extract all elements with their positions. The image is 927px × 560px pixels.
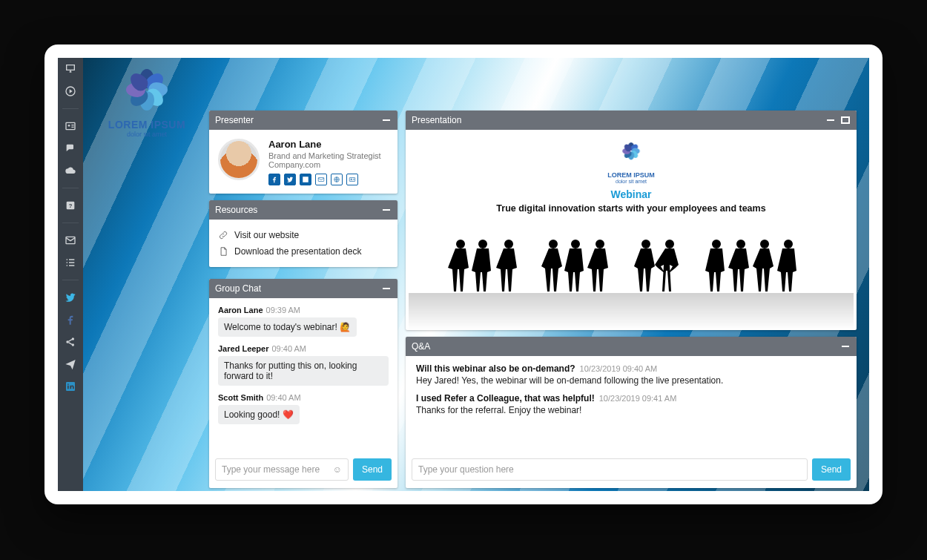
resource-label: Download the presentation deck (234, 246, 361, 257)
presenter-company: Company.com (268, 160, 381, 169)
resource-label: Visit our website (234, 230, 299, 240)
facebook-icon[interactable] (64, 313, 77, 326)
qa-answer: Hey Jared! Yes, the webinar will be on-d… (416, 375, 846, 386)
presenter-role: Brand and Marketing Strategist (268, 151, 381, 160)
brand-title: LOREM IPSUM (95, 119, 199, 131)
twitter-icon[interactable] (64, 291, 77, 304)
linkedin-icon[interactable] (64, 380, 77, 393)
website-icon[interactable] (331, 174, 343, 185)
svg-rect-1 (66, 122, 75, 129)
svg-point-25 (478, 240, 487, 248)
svg-point-24 (456, 240, 465, 248)
chat-bubble: Thanks for putting this on, looking forw… (218, 356, 389, 386)
chat-message: Scott Smith09:40 AM Looking good! ❤️ (218, 393, 389, 424)
flower-icon (121, 64, 173, 116)
svg-point-27 (549, 240, 558, 248)
vcard-icon[interactable] (346, 174, 358, 185)
presentation-label: Webinar (406, 188, 857, 200)
cloud-icon[interactable] (64, 164, 77, 177)
flower-icon (620, 140, 641, 162)
qa-item: Will this webinar also be on-demand?10/2… (416, 363, 846, 386)
chat-message: Aaron Lane09:39 AM Welcome to today's we… (218, 306, 389, 337)
play-icon[interactable] (64, 85, 77, 98)
svg-point-35 (784, 240, 793, 248)
presentation-logo-title: LOREM IPSUM (406, 171, 857, 179)
minimize-icon[interactable] (381, 115, 392, 125)
chat-bubble: Looking good! ❤️ (218, 405, 300, 424)
presenter-avatar (218, 139, 260, 180)
qa-panel: Q&A Will this webinar also be on-demand?… (406, 337, 857, 488)
minimize-icon[interactable] (825, 115, 836, 125)
presenter-social (268, 174, 381, 185)
file-icon (218, 246, 228, 257)
svg-point-28 (571, 240, 580, 248)
maximize-icon[interactable] (840, 115, 851, 125)
presenter-name: Aaron Lane (268, 139, 381, 150)
chat-input[interactable]: Type your message here ☺ (215, 458, 349, 481)
svg-text:?: ? (69, 202, 73, 209)
svg-point-32 (712, 240, 721, 248)
presenter-header: Presenter (209, 111, 397, 130)
svg-point-30 (641, 240, 650, 248)
presentation-title: Presentation (412, 115, 821, 125)
content-area: LOREM IPSUM dolor sit amet Presenter Aar… (83, 58, 869, 491)
svg-rect-18 (349, 178, 355, 182)
resources-header: Resources (209, 200, 397, 220)
svg-rect-36 (409, 293, 854, 330)
device-frame: ? LOREM IPSUM dolor sit amet Presenter (44, 45, 883, 504)
svg-rect-10 (67, 386, 69, 389)
email-icon[interactable] (315, 174, 327, 185)
chat-title: Group Chat (215, 283, 377, 294)
presentation-panel: Presentation LOREM IPSUM dolor sit amet … (406, 111, 857, 330)
presenter-title: Presenter (215, 115, 377, 125)
chat-send-button[interactable]: Send (353, 458, 392, 481)
qa-answer: Thanks for the referral. Enjoy the webin… (416, 405, 846, 415)
list-icon[interactable] (64, 256, 77, 269)
facebook-icon[interactable] (268, 174, 280, 185)
chat-bubble: Welcome to today's webinar! 🙋 (218, 317, 357, 337)
emoji-icon[interactable]: ☺ (333, 464, 342, 475)
resource-download[interactable]: Download the presentation deck (218, 243, 389, 260)
share-icon[interactable] (64, 335, 77, 349)
svg-rect-16 (318, 178, 324, 182)
sidebar: ? (58, 58, 83, 491)
presenter-panel: Presenter Aaron Lane Brand and Marketing… (209, 111, 397, 194)
brand-logo: LOREM IPSUM dolor sit amet (95, 64, 199, 138)
resources-panel: Resources Visit our website Download the… (209, 200, 397, 267)
help-icon[interactable]: ? (64, 199, 77, 212)
qa-item: I used Refer a Colleague, that was helpf… (416, 393, 846, 415)
chat-message: Jared Leeper09:40 AM Thanks for putting … (218, 344, 389, 386)
minimize-icon[interactable] (381, 283, 392, 294)
svg-point-2 (68, 125, 70, 127)
resource-link[interactable]: Visit our website (218, 227, 389, 243)
svg-point-11 (67, 383, 69, 385)
chat-header: Group Chat (209, 279, 397, 298)
svg-point-34 (760, 240, 769, 248)
presentation-header: Presentation (406, 111, 857, 130)
svg-rect-14 (304, 179, 305, 181)
chat-icon[interactable] (64, 142, 77, 155)
id-card-icon[interactable] (64, 119, 77, 133)
people-silhouette-graphic (406, 234, 857, 330)
qa-send-button[interactable]: Send (812, 458, 851, 481)
send-icon[interactable] (64, 358, 77, 371)
minimize-icon[interactable] (840, 341, 851, 352)
qa-header: Q&A (406, 337, 857, 356)
minimize-icon[interactable] (381, 205, 392, 215)
svg-rect-23 (842, 117, 849, 123)
link-icon (218, 230, 228, 240)
svg-point-33 (736, 240, 745, 248)
svg-point-15 (304, 178, 305, 179)
brand-tagline: dolor sit amet (95, 131, 199, 138)
presentation-headline: True digital innovation starts with your… (406, 203, 857, 214)
svg-point-26 (504, 240, 513, 248)
projector-icon[interactable] (64, 62, 77, 76)
chat-panel: Group Chat Aaron Lane09:39 AM Welcome to… (209, 279, 397, 488)
mail-icon[interactable] (64, 234, 77, 247)
qa-title: Q&A (412, 341, 836, 352)
presentation-logo-sub: dolor sit amet (406, 179, 857, 184)
qa-input[interactable]: Type your question here (412, 458, 808, 481)
linkedin-icon[interactable] (300, 174, 311, 185)
twitter-icon[interactable] (284, 174, 296, 185)
svg-point-31 (665, 240, 674, 248)
